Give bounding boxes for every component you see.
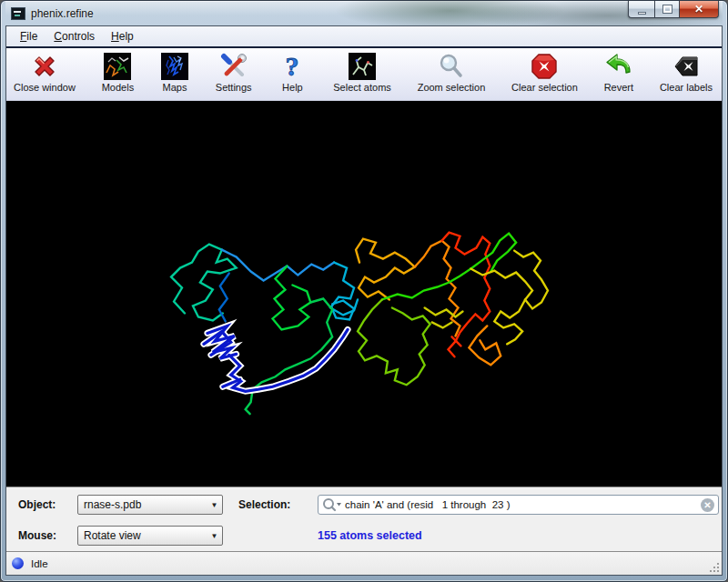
menu-bar: FileControlsHelp: [6, 26, 722, 46]
svg-text:?: ?: [286, 52, 299, 81]
tools-icon: [219, 52, 248, 81]
toolbar-label: Revert: [604, 82, 633, 93]
selection-input[interactable]: chain 'A' and (resid 1 through 23 ) ✕: [318, 495, 719, 515]
green-back-arrow-icon: [604, 52, 633, 81]
selection-value: chain 'A' and (resid 1 through 23 ): [345, 499, 701, 510]
help-button[interactable]: ? Help: [276, 51, 308, 94]
close-window-button[interactable]: Close window: [12, 51, 77, 94]
stop-sign-icon: [530, 52, 559, 81]
toolbar: Close window Models: [6, 46, 722, 101]
red-x-icon: [30, 52, 59, 81]
toolbar-label: Help: [282, 82, 303, 93]
toolbar-label: Maps: [163, 82, 187, 93]
window-controls: ✕: [628, 1, 719, 18]
selection-label: Selection:: [238, 498, 290, 511]
menu-item-help[interactable]: Help: [103, 27, 142, 45]
clear-search-icon[interactable]: ✕: [701, 498, 714, 512]
atoms-thumbnail-icon: [348, 52, 377, 81]
toolbar-label: Clear selection: [511, 82, 578, 93]
minimize-button[interactable]: [628, 1, 654, 18]
toolbar-label: Clear labels: [660, 82, 713, 93]
clear-selection-button[interactable]: Clear selection: [510, 51, 580, 94]
menu-item-file[interactable]: File: [12, 27, 46, 45]
toolbar-label: Close window: [14, 82, 76, 93]
close-button[interactable]: ✕: [679, 1, 719, 18]
maps-button[interactable]: Maps: [158, 51, 191, 94]
toolbar-label: Models: [102, 82, 134, 93]
toolbar-label: Select atoms: [333, 82, 391, 93]
molecule-viewer[interactable]: [6, 101, 722, 487]
mouse-dropdown[interactable]: Rotate view ▼: [77, 526, 223, 546]
minimize-icon: [638, 12, 646, 15]
search-icon: [322, 497, 342, 512]
question-mark-icon: ?: [278, 52, 307, 81]
mouse-dropdown-value: Rotate view: [78, 529, 207, 542]
select-atoms-button[interactable]: Select atoms: [331, 51, 393, 94]
app-window: phenix.refine ✕ FileControlsHelp Close w…: [0, 0, 728, 582]
zoom-selection-button[interactable]: Zoom selection: [416, 51, 488, 94]
mouse-label: Mouse:: [18, 529, 56, 542]
status-indicator-icon: [12, 557, 24, 569]
object-dropdown[interactable]: rnase-s.pdb ▼: [77, 495, 223, 515]
black-tag-x-icon: [672, 52, 701, 81]
window-title: phenix.refine: [31, 7, 94, 20]
models-button[interactable]: Models: [100, 51, 136, 94]
revert-button[interactable]: Revert: [602, 51, 635, 94]
object-dropdown-value: rnase-s.pdb: [78, 498, 207, 511]
toolbar-label: Zoom selection: [418, 82, 486, 93]
atoms-selected-status: 155 atoms selected: [318, 529, 422, 542]
object-label: Object:: [18, 498, 56, 511]
resize-grip[interactable]: [709, 562, 720, 573]
toolbar-label: Settings: [216, 82, 252, 93]
models-thumbnail-icon: [103, 52, 132, 81]
title-bar[interactable]: phenix.refine ✕: [5, 1, 723, 25]
clear-labels-button[interactable]: Clear labels: [658, 51, 714, 94]
settings-button[interactable]: Settings: [214, 51, 254, 94]
chevron-down-icon: ▼: [207, 532, 222, 540]
close-icon: ✕: [694, 4, 703, 15]
app-icon: [11, 7, 25, 20]
magnifier-icon: [437, 52, 466, 81]
maximize-icon: [663, 5, 672, 13]
maps-thumbnail-icon: [160, 52, 189, 81]
molecule-trace: [6, 101, 722, 487]
status-text: Idle: [31, 558, 48, 569]
menu-item-controls[interactable]: Controls: [46, 27, 103, 45]
maximize-button[interactable]: [654, 1, 679, 18]
status-bar: Idle: [6, 552, 722, 575]
control-panel: Object: rnase-s.pdb ▼ Selection: chain '…: [6, 487, 722, 552]
chevron-down-icon: ▼: [207, 501, 222, 509]
client-area: FileControlsHelp Close window: [5, 25, 723, 576]
